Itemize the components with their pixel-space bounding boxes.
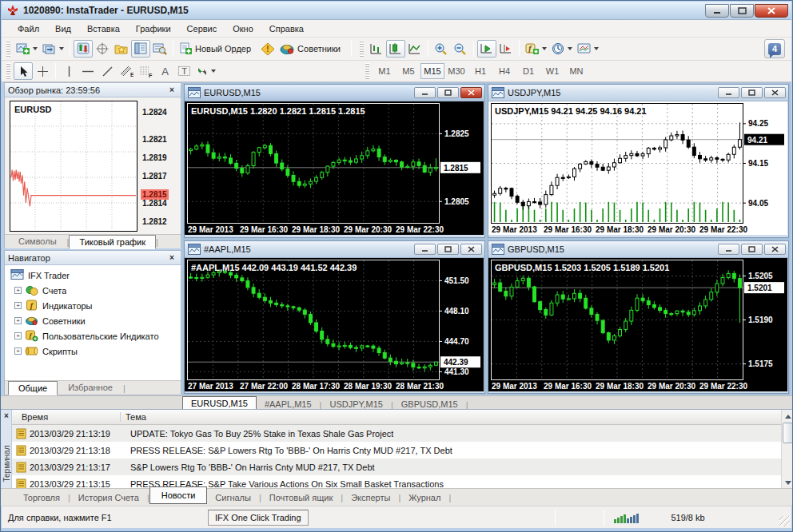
column-topic[interactable]: Тема bbox=[121, 412, 146, 422]
chart-tab[interactable]: #AAPL,M15 bbox=[257, 399, 320, 410]
timeframe-button-m5[interactable]: M5 bbox=[396, 63, 420, 79]
chart-canvas[interactable]: 94.2594.1594.0594.2129 Mar 201329 Mar 16… bbox=[488, 101, 787, 237]
navigator-close-icon[interactable]: × bbox=[166, 252, 177, 263]
chart-close-button[interactable] bbox=[764, 244, 786, 255]
tree-expand-icon[interactable]: + bbox=[14, 317, 22, 324]
tree-item-root[interactable]: IFX Trader bbox=[10, 268, 181, 283]
trendline-button[interactable] bbox=[98, 62, 117, 80]
close-button[interactable] bbox=[755, 4, 788, 18]
text-label-button[interactable]: T bbox=[174, 62, 193, 80]
chart-restore-button[interactable] bbox=[741, 87, 763, 98]
toolbar-grip[interactable] bbox=[6, 63, 10, 79]
tick-chart-area[interactable]: EURUSD 1.28241.28211.28191.28171.28151.2… bbox=[5, 97, 181, 234]
horizontal-line-button[interactable] bbox=[78, 62, 98, 80]
new-chart-button[interactable] bbox=[14, 40, 40, 58]
timeframe-button-h1[interactable]: H1 bbox=[468, 63, 492, 79]
news-row[interactable]: 2013/03/29 21:13:15 PRESS RELEASE: S&P T… bbox=[12, 475, 781, 489]
tick-chart[interactable]: EURUSD bbox=[10, 101, 137, 232]
tree-item-advisors[interactable]: +Советники bbox=[14, 313, 181, 328]
chart-restore-button[interactable] bbox=[741, 244, 763, 255]
market-watch-toggle[interactable] bbox=[74, 40, 93, 58]
tree-expand-icon[interactable]: + bbox=[14, 302, 22, 309]
scroll-down-button[interactable] bbox=[783, 477, 793, 488]
notifications-button[interactable]: 4 bbox=[764, 39, 785, 58]
crosshair-button[interactable] bbox=[33, 62, 52, 80]
indicators-button[interactable]: f bbox=[523, 40, 549, 58]
expert-advisors-button[interactable]: Советники bbox=[277, 40, 348, 58]
terminal-tab[interactable]: Новости bbox=[149, 486, 208, 504]
terminal-toggle[interactable] bbox=[150, 40, 169, 58]
minimize-button[interactable] bbox=[705, 4, 729, 18]
market-watch-header[interactable]: Обзор рынка: 23:59:56 × bbox=[5, 83, 181, 97]
menu-item-вид[interactable]: Вид bbox=[47, 22, 79, 36]
menu-item-окно[interactable]: Окно bbox=[225, 22, 261, 36]
zoom-in-button[interactable] bbox=[432, 40, 451, 58]
timeframe-button-h4[interactable]: H4 bbox=[492, 63, 516, 79]
terminal-tab[interactable]: История Счета bbox=[70, 490, 147, 505]
terminal-tab[interactable]: Журнал bbox=[400, 490, 448, 505]
panel-tab[interactable]: Тиковый график bbox=[69, 235, 156, 249]
chart-window-gbpusd[interactable]: GBPUSD,M15 1.52051.51901.51751.520129 Ma… bbox=[488, 240, 789, 395]
chart-restore-button[interactable] bbox=[437, 244, 459, 255]
arrows-button[interactable] bbox=[193, 62, 218, 80]
tree-item-indicators[interactable]: +fИндикаторы bbox=[14, 298, 181, 313]
vertical-line-button[interactable] bbox=[59, 62, 78, 80]
data-window-toggle[interactable] bbox=[93, 40, 112, 58]
chart-window-titlebar[interactable]: GBPUSD,M15 bbox=[488, 241, 788, 258]
auto-scroll-button[interactable] bbox=[477, 40, 496, 58]
tree-item-scripts[interactable]: +Скрипты bbox=[14, 343, 181, 359]
chart-tab[interactable]: GBPUSD,M15 bbox=[393, 399, 466, 410]
line-chart-button[interactable] bbox=[405, 40, 424, 58]
chart-close-button[interactable] bbox=[460, 87, 482, 98]
text-button[interactable]: A bbox=[155, 62, 174, 80]
toolbar-grip[interactable] bbox=[360, 41, 364, 57]
title-bar[interactable]: 1020890: InstaTrader - EURUSD,M15 bbox=[2, 2, 791, 20]
terminal-close-icon[interactable]: × bbox=[2, 411, 11, 421]
news-row[interactable]: 2013/03/29 21:13:19 UPDATE: Tokyo Gas To… bbox=[12, 425, 781, 442]
tree-item-custom-indicators[interactable]: +fПользовательские Индикато bbox=[14, 328, 181, 343]
chart-shift-button[interactable] bbox=[496, 40, 516, 58]
news-row[interactable]: 2013/03/29 21:13:18 PRESS RELEASE: S&P L… bbox=[12, 442, 781, 459]
menu-item-справка[interactable]: Справка bbox=[261, 22, 312, 36]
favorites-toggle[interactable] bbox=[112, 40, 131, 58]
market-watch-close-icon[interactable]: × bbox=[166, 85, 177, 95]
terminal-tab[interactable]: Торговля bbox=[15, 490, 68, 505]
periods-button[interactable] bbox=[549, 40, 575, 58]
timeframe-button-m15[interactable]: M15 bbox=[420, 63, 444, 79]
chart-window-titlebar[interactable]: EURUSD,M15 bbox=[185, 85, 484, 101]
news-scrollbar[interactable] bbox=[781, 410, 793, 489]
navigator-toggle[interactable] bbox=[131, 40, 150, 58]
chart-close-button[interactable] bbox=[764, 87, 786, 98]
scroll-thumb[interactable] bbox=[783, 423, 793, 443]
chart-window-eurusd[interactable]: EURUSD,M15 1.28251.28051.281529 Mar 2013… bbox=[184, 84, 485, 238]
chart-canvas[interactable]: 1.52051.51901.51751.520129 Mar 201329 Ma… bbox=[488, 258, 787, 394]
panel-tab[interactable]: Общие bbox=[8, 381, 58, 395]
chart-minimize-button[interactable] bbox=[414, 244, 436, 255]
tree-expand-icon[interactable]: + bbox=[14, 332, 22, 339]
chart-canvas[interactable]: 451.50448.10444.70441.30442.3927 Mar 201… bbox=[185, 258, 484, 394]
menu-item-графики[interactable]: Графики bbox=[128, 22, 179, 36]
important-button[interactable]: ! bbox=[258, 40, 277, 58]
menu-item-файл[interactable]: Файл bbox=[10, 22, 47, 36]
candlestick-button[interactable] bbox=[386, 40, 405, 58]
profiles-button[interactable] bbox=[40, 40, 66, 58]
chart-window-aapl[interactable]: #AAPL,M15 451.50448.10444.70441.30442.39… bbox=[184, 240, 485, 395]
bar-chart-button[interactable] bbox=[367, 40, 386, 58]
terminal-tab[interactable]: Сигналы bbox=[207, 490, 259, 505]
toolbar-grip[interactable] bbox=[6, 41, 10, 57]
chart-close-button[interactable] bbox=[460, 244, 482, 255]
chart-window-usdjpy[interactable]: USDJPY,M15 94.2594.1594.0594.2129 Mar 20… bbox=[488, 84, 789, 238]
timeframe-button-mn[interactable]: MN bbox=[564, 63, 588, 79]
chart-tab[interactable]: USDJPY,M15 bbox=[321, 399, 390, 410]
terminal-tab[interactable]: Почтовый ящик bbox=[261, 490, 341, 505]
timeframe-button-d1[interactable]: D1 bbox=[516, 63, 540, 79]
chart-window-titlebar[interactable]: #AAPL,M15 bbox=[185, 241, 484, 258]
news-row[interactable]: 2013/03/29 21:13:17 S&P Lowers Rtg To 'B… bbox=[12, 459, 781, 475]
timeframe-button-m30[interactable]: M30 bbox=[444, 63, 468, 79]
new-order-button[interactable]: Новый Ордер bbox=[177, 40, 258, 58]
maximize-button[interactable] bbox=[730, 4, 754, 18]
tree-item-accounts[interactable]: +Счета bbox=[14, 283, 181, 298]
timeframe-button-m1[interactable]: M1 bbox=[373, 63, 396, 79]
menu-item-вставка[interactable]: Вставка bbox=[79, 22, 128, 36]
tree-expand-icon[interactable]: + bbox=[14, 287, 22, 294]
